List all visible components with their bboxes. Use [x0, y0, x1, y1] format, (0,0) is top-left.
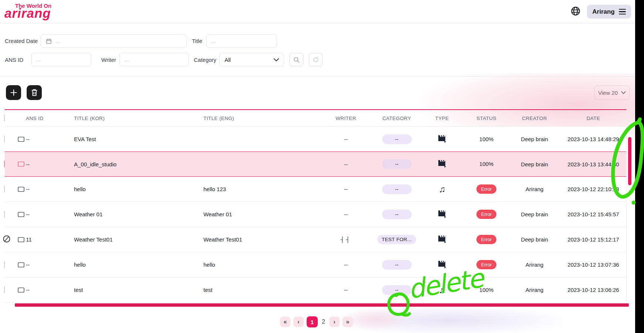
- title-eng-cell: hello 123: [203, 186, 318, 192]
- writer-label: Writer: [101, 57, 116, 63]
- col-ans-id: ANS ID: [26, 116, 74, 121]
- pagination: « ‹ 1 2 › »: [280, 316, 353, 327]
- status-error-badge: Error: [476, 184, 497, 194]
- page-first-button[interactable]: «: [280, 317, 290, 327]
- title-kor-cell: EVA Test: [74, 136, 203, 142]
- table-row[interactable]: -- EVA Test -- -- 100% Deep brain 2023-1…: [5, 127, 626, 152]
- video-type-icon: [437, 134, 447, 143]
- view-count-dropdown[interactable]: View 20: [594, 86, 630, 100]
- content-table: ANS ID TITLE (KOR) TITLE (ENG) WRITER CA…: [5, 109, 627, 303]
- select-all-checkbox[interactable]: [4, 114, 5, 121]
- row-checkbox[interactable]: [4, 211, 5, 218]
- title-label: Title: [192, 38, 202, 44]
- reset-button[interactable]: [309, 53, 323, 66]
- category-pill: --: [382, 285, 412, 295]
- search-icon: [293, 56, 300, 63]
- writer-cell: --: [318, 186, 374, 192]
- music-type-icon: ♫: [439, 285, 445, 295]
- table-row[interactable]: -- hello hello 123 -- -- ♫ Error Arirang…: [5, 177, 626, 202]
- table-row[interactable]: -- hello hello -- -- Error Arirang 2023-…: [5, 252, 626, 277]
- writer-cell: --: [318, 136, 374, 142]
- title-eng-cell: Weather 01: [203, 211, 318, 217]
- calendar-icon: [45, 38, 52, 44]
- lavender-glow-decoration: [326, 305, 562, 333]
- date-cell: 2023-10-12 15:45:57: [560, 211, 626, 217]
- writer-input[interactable]: ...: [119, 53, 189, 66]
- row-checkbox[interactable]: [4, 261, 5, 268]
- table-header-row: ANS ID TITLE (KOR) TITLE (ENG) WRITER CA…: [5, 110, 626, 127]
- scrollbar-thumb[interactable]: [628, 137, 631, 185]
- view-count-value: View 20: [598, 90, 618, 96]
- created-date-input[interactable]: ...: [41, 34, 187, 48]
- row-checkbox[interactable]: [4, 186, 5, 193]
- logo-arirang[interactable]: arirang: [4, 6, 51, 21]
- title-eng-cell: test: [203, 287, 318, 293]
- video-type-icon: [437, 209, 447, 218]
- category-label: Category: [194, 57, 216, 63]
- date-cell: 2023-10-13 13:44:30: [560, 161, 626, 167]
- ans-id-cell: 11: [26, 236, 74, 243]
- page-prev-button[interactable]: ‹: [293, 317, 304, 327]
- category-selected-value: All: [225, 57, 231, 63]
- account-menu-button[interactable]: Arirang: [587, 5, 631, 19]
- created-date-label: Created Date: [5, 38, 38, 44]
- screen-edge-black-strip: [635, 0, 644, 333]
- title-eng-cell: Weather Test01: [203, 236, 318, 243]
- category-pill: --: [382, 159, 412, 169]
- title-kor-cell: hello: [74, 262, 203, 268]
- music-type-icon: ♫: [439, 184, 445, 194]
- table-row[interactable]: 11 Weather Test01 Weather Test01 ┤┤ TEST…: [5, 227, 626, 252]
- screen-icon: [18, 262, 24, 267]
- page-next-button[interactable]: ›: [329, 317, 340, 327]
- screen-icon: [18, 161, 24, 167]
- title-kor-cell: Weather Test01: [74, 236, 203, 243]
- app-header: The World On arirang Arirang: [0, 0, 635, 23]
- col-title-kor: TITLE (KOR): [74, 116, 203, 121]
- status-value: 100%: [479, 161, 493, 167]
- ans-id-input[interactable]: ...: [31, 53, 91, 66]
- ans-id-label: ANS ID: [5, 57, 23, 63]
- trash-icon: [31, 89, 38, 96]
- screen-icon: [18, 187, 24, 192]
- row-checkbox[interactable]: [4, 160, 5, 167]
- delete-button[interactable]: [27, 85, 42, 100]
- row-checkbox[interactable]: [4, 136, 5, 143]
- col-category: CATEGORY: [374, 116, 420, 121]
- col-title-eng: TITLE (ENG): [203, 116, 318, 121]
- title-kor-cell: test: [74, 287, 203, 293]
- hamburger-icon: [619, 9, 626, 15]
- status-value: 100%: [479, 136, 493, 142]
- col-type: TYPE: [420, 116, 464, 121]
- globe-icon: [570, 6, 581, 16]
- ans-id-cell: --: [26, 161, 74, 167]
- ans-id-cell: --: [26, 136, 74, 142]
- add-button[interactable]: [6, 85, 21, 100]
- plus-icon: [10, 89, 17, 96]
- table-row[interactable]: -- test test -- -- ♫ 100% Arirang 2023-1…: [5, 277, 626, 303]
- writer-cell: --: [318, 262, 374, 268]
- title-input[interactable]: ...: [206, 34, 277, 48]
- language-globe-button[interactable]: [570, 6, 581, 16]
- screen-icon: [18, 212, 24, 217]
- category-select[interactable]: All: [219, 53, 284, 66]
- row-checkbox[interactable]: [4, 286, 5, 293]
- creator-cell: Deep brain: [509, 136, 560, 142]
- creator-cell: Deep brain: [509, 161, 560, 167]
- reset-icon: [312, 56, 319, 63]
- search-button[interactable]: [290, 53, 303, 66]
- account-name: Arirang: [592, 8, 614, 16]
- status-error-badge: Error: [476, 260, 497, 269]
- creator-cell: Deep brain: [509, 236, 560, 243]
- page-last-button[interactable]: »: [343, 317, 353, 327]
- table-row[interactable]: -- Weather 01 Weather 01 -- -- Error Dee…: [5, 202, 626, 227]
- page-1-button[interactable]: 1: [307, 316, 318, 327]
- blocked-icon: [3, 235, 11, 243]
- creator-cell: Deep brain: [509, 211, 560, 217]
- table-row-selected[interactable]: -- A_00_idle_studio -- -- 100% Deep brai…: [5, 151, 626, 177]
- title-kor-cell: hello: [74, 186, 203, 192]
- creator-cell: Arirang: [509, 262, 560, 268]
- title-placeholder: ...: [211, 38, 216, 44]
- page-2-button[interactable]: 2: [321, 319, 326, 325]
- writer-placeholder: ...: [124, 57, 129, 63]
- writer-cell: --: [318, 161, 374, 167]
